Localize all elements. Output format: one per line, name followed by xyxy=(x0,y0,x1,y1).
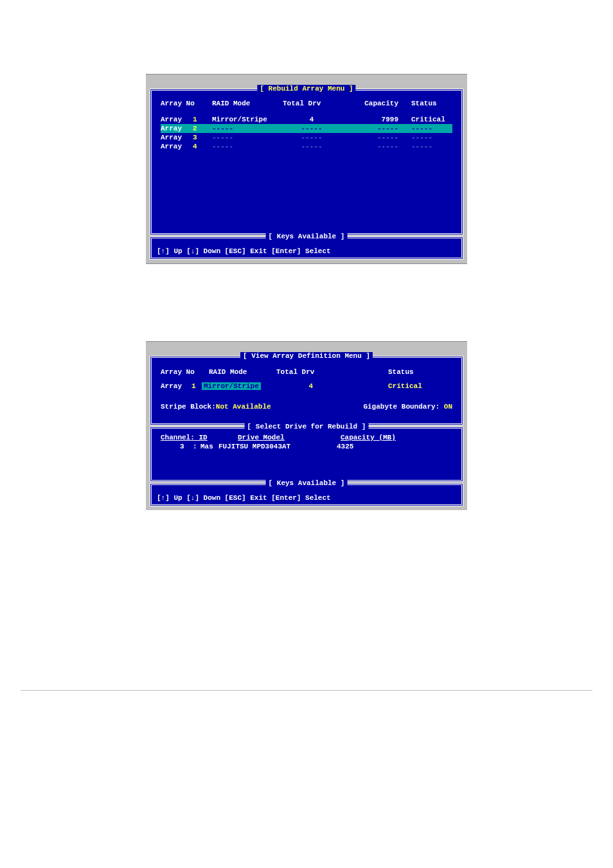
def-array-row[interactable]: Array 1 Mirror/Stripe 4 Critical xyxy=(161,382,452,399)
keys-title: [ Keys Available ] xyxy=(266,479,348,487)
stripe-block-info: Stripe Block: Not Available Gigabyte Bou… xyxy=(161,399,452,414)
bios-screen-2: [ View Array Definition Menu ] Array No … xyxy=(146,341,467,510)
array-row-1[interactable]: Array 1 Mirror/Stripe 4 7999 Critical xyxy=(161,115,452,124)
header-capacity-mb: Capacity (MB) xyxy=(341,434,418,441)
select-drive-for-rebuild-panel: [ Select Drive for Rebuild ] Channel: ID… xyxy=(150,427,463,482)
header-channel-id: Channel: ID xyxy=(161,434,238,441)
keys-available-panel-2: [ Keys Available ] [↑] Up [↓] Down [ESC]… xyxy=(150,483,463,506)
stripe-block-value: Not Available xyxy=(216,403,271,411)
raid-mode-value: ----- xyxy=(212,143,283,150)
keys-available-panel: [ Keys Available ] [↑] Up [↓] Down [ESC]… xyxy=(150,236,463,260)
colon: : xyxy=(193,443,200,450)
stripe-block-label: Stripe Block: xyxy=(161,403,216,411)
header-total-drv: Total Drv xyxy=(276,368,353,376)
drive-model: FUJITSU MPD3043AT xyxy=(218,443,321,450)
array-num: 1 xyxy=(193,116,212,123)
gigabyte-boundary-value: ON xyxy=(444,403,452,411)
drive-channel: 3 xyxy=(161,443,193,450)
status-value: Critical xyxy=(398,116,450,123)
spacer xyxy=(0,264,613,341)
header-status: Status xyxy=(398,100,450,107)
header-total-drv: Total Drv xyxy=(283,100,341,107)
array-row-3[interactable]: Array 3 ----- ----- ----- ----- xyxy=(161,133,452,142)
gigabyte-boundary-label: Gigabyte Boundary: xyxy=(363,403,443,411)
status-value: ----- xyxy=(398,134,450,141)
header-drive-model: Drive Model xyxy=(238,434,341,441)
definition-content: Array No RAID Mode Total Drv Status Arra… xyxy=(152,358,461,423)
array-num: 1 xyxy=(191,382,199,390)
capacity-value: ----- xyxy=(341,143,398,150)
raid-mode-value: Mirror/Stripe xyxy=(212,116,283,123)
array-row-4[interactable]: Array 4 ----- ----- ----- ----- xyxy=(161,142,452,151)
total-drv-value: 4 xyxy=(272,382,350,390)
array-label: Array xyxy=(161,143,193,150)
status-value: ----- xyxy=(398,143,450,150)
array-row-2-selected[interactable]: Array 2 ----- ----- ----- ----- xyxy=(161,124,452,133)
total-drv-value: 4 xyxy=(283,116,341,123)
drive-row[interactable]: 3 : Mas FUJITSU MPD3043AT 4325 xyxy=(152,443,461,453)
empty-space xyxy=(161,151,452,228)
content-area: Array No RAID Mode Total Drv Capacity St… xyxy=(152,91,461,233)
capacity-value: ----- xyxy=(341,134,398,141)
panel-title: [ View Array Definition Menu ] xyxy=(240,352,373,360)
array-label: Array xyxy=(161,125,193,132)
header-array-no: Array No xyxy=(161,368,209,376)
keys-title: [ Keys Available ] xyxy=(266,233,348,240)
array-label: Array xyxy=(161,134,193,141)
total-drv-value: ----- xyxy=(283,143,341,150)
empty-space xyxy=(152,453,461,480)
bios-screen-1: [ Rebuild Array Menu ] Array No RAID Mod… xyxy=(146,74,467,264)
array-label: Array xyxy=(161,116,193,123)
view-array-definition-panel: [ View Array Definition Menu ] Array No … xyxy=(150,356,463,425)
drive-master: Mas xyxy=(200,443,218,450)
raid-mode-value: ----- xyxy=(212,125,283,132)
footer-line xyxy=(21,690,592,691)
header-raid-mode: RAID Mode xyxy=(209,368,276,376)
total-drv-value: ----- xyxy=(283,134,341,141)
drive-panel-title: [ Select Drive for Rebuild ] xyxy=(245,423,369,430)
capacity-value: ----- xyxy=(341,125,398,132)
drive-table-header: Channel: ID Drive Model Capacity (MB) xyxy=(152,429,461,443)
capacity-value: 7999 xyxy=(341,116,398,123)
header-array-no: Array No xyxy=(161,100,212,107)
spacer xyxy=(0,510,613,690)
array-num: 3 xyxy=(193,134,212,141)
array-num: 4 xyxy=(193,143,212,150)
status-value: ----- xyxy=(398,125,450,132)
raid-mode-value: ----- xyxy=(212,134,283,141)
def-table-header: Array No RAID Mode Total Drv Status xyxy=(161,364,452,382)
keys-hint-text: [↑] Up [↓] Down [ESC] Exit [Enter] Selec… xyxy=(157,247,331,255)
header-capacity: Capacity xyxy=(341,100,398,107)
raid-mode-selected[interactable]: Mirror/Stripe xyxy=(202,382,261,390)
header-status: Status xyxy=(388,368,452,376)
drive-capacity: 4325 xyxy=(321,443,398,450)
status-value: Critical xyxy=(388,382,452,390)
panel-title: [ Rebuild Array Menu ] xyxy=(257,85,355,93)
header-raid-mode: RAID Mode xyxy=(212,100,283,107)
keys-text: [↑] Up [↓] Down [ESC] Exit [Enter] Selec… xyxy=(152,485,461,504)
rebuild-array-menu-panel: [ Rebuild Array Menu ] Array No RAID Mod… xyxy=(150,89,463,235)
array-num: 2 xyxy=(193,125,212,132)
keys-hint-text: [↑] Up [↓] Down [ESC] Exit [Enter] Selec… xyxy=(157,494,331,502)
total-drv-value: ----- xyxy=(283,125,341,132)
table-header: Array No RAID Mode Total Drv Capacity St… xyxy=(161,96,452,115)
spacer xyxy=(0,0,613,74)
array-label: Array xyxy=(161,382,191,390)
keys-text: [↑] Up [↓] Down [ESC] Exit [Enter] Selec… xyxy=(152,238,461,258)
